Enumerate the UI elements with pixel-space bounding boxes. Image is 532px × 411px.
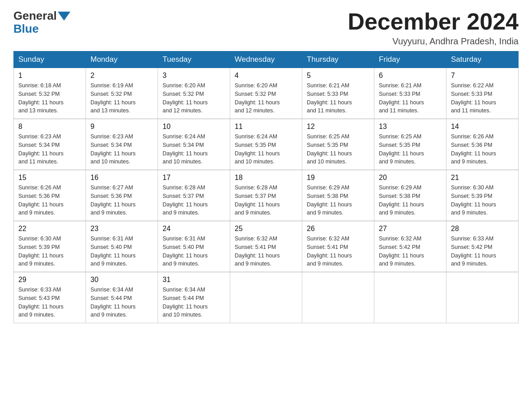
- calendar-week-row: 22 Sunrise: 6:30 AMSunset: 5:39 PMDaylig…: [14, 221, 519, 272]
- col-header-thursday: Thursday: [302, 51, 374, 68]
- day-number: 29: [18, 276, 81, 284]
- calendar-week-row: 1 Sunrise: 6:18 AMSunset: 5:32 PMDayligh…: [14, 68, 519, 119]
- day-info: Sunrise: 6:32 AMSunset: 5:42 PMDaylight:…: [379, 235, 442, 268]
- calendar-day-cell: 27 Sunrise: 6:32 AMSunset: 5:42 PMDaylig…: [374, 221, 446, 272]
- col-header-wednesday: Wednesday: [230, 51, 302, 68]
- calendar-day-cell: [446, 272, 519, 323]
- calendar-day-cell: 4 Sunrise: 6:20 AMSunset: 5:32 PMDayligh…: [230, 68, 302, 119]
- calendar-day-cell: 30 Sunrise: 6:34 AMSunset: 5:44 PMDaylig…: [86, 272, 158, 323]
- day-number: 21: [451, 174, 514, 182]
- col-header-tuesday: Tuesday: [158, 51, 230, 68]
- day-info: Sunrise: 6:25 AMSunset: 5:35 PMDaylight:…: [307, 133, 369, 166]
- day-number: 28: [451, 225, 514, 233]
- day-info: Sunrise: 6:20 AMSunset: 5:32 PMDaylight:…: [163, 81, 225, 115]
- day-info: Sunrise: 6:28 AMSunset: 5:37 PMDaylight:…: [235, 184, 297, 217]
- calendar-week-row: 8 Sunrise: 6:23 AMSunset: 5:34 PMDayligh…: [14, 119, 519, 170]
- day-number: 3: [163, 72, 225, 80]
- day-number: 10: [163, 123, 225, 131]
- calendar-day-cell: 1 Sunrise: 6:18 AMSunset: 5:32 PMDayligh…: [14, 68, 86, 119]
- day-info: Sunrise: 6:32 AMSunset: 5:41 PMDaylight:…: [307, 235, 369, 268]
- day-info: Sunrise: 6:23 AMSunset: 5:34 PMDaylight:…: [90, 133, 153, 166]
- logo-triangle-icon: [58, 12, 70, 21]
- col-header-saturday: Saturday: [446, 51, 519, 68]
- calendar-day-cell: 28 Sunrise: 6:33 AMSunset: 5:42 PMDaylig…: [446, 221, 519, 272]
- day-number: 12: [307, 123, 369, 131]
- day-info: Sunrise: 6:26 AMSunset: 5:36 PMDaylight:…: [451, 133, 514, 166]
- calendar-day-cell: 16 Sunrise: 6:27 AMSunset: 5:36 PMDaylig…: [86, 170, 158, 221]
- day-info: Sunrise: 6:23 AMSunset: 5:34 PMDaylight:…: [18, 133, 81, 166]
- calendar-day-cell: [230, 272, 302, 323]
- page-header: General Blue December 2024 Vuyyuru, Andh…: [13, 9, 519, 47]
- day-info: Sunrise: 6:26 AMSunset: 5:36 PMDaylight:…: [18, 184, 81, 217]
- day-info: Sunrise: 6:34 AMSunset: 5:44 PMDaylight:…: [163, 286, 225, 319]
- day-number: 7: [451, 72, 514, 80]
- day-info: Sunrise: 6:22 AMSunset: 5:33 PMDaylight:…: [451, 81, 514, 115]
- calendar-day-cell: 2 Sunrise: 6:19 AMSunset: 5:32 PMDayligh…: [86, 68, 158, 119]
- calendar-day-cell: 31 Sunrise: 6:34 AMSunset: 5:44 PMDaylig…: [158, 272, 230, 323]
- day-number: 4: [235, 72, 297, 80]
- day-info: Sunrise: 6:31 AMSunset: 5:40 PMDaylight:…: [163, 235, 225, 268]
- calendar-day-cell: 23 Sunrise: 6:31 AMSunset: 5:40 PMDaylig…: [86, 221, 158, 272]
- day-info: Sunrise: 6:30 AMSunset: 5:39 PMDaylight:…: [18, 235, 81, 268]
- day-info: Sunrise: 6:25 AMSunset: 5:35 PMDaylight:…: [379, 133, 442, 166]
- day-info: Sunrise: 6:30 AMSunset: 5:39 PMDaylight:…: [451, 184, 514, 217]
- calendar-day-cell: 29 Sunrise: 6:33 AMSunset: 5:43 PMDaylig…: [14, 272, 86, 323]
- calendar-day-cell: 12 Sunrise: 6:25 AMSunset: 5:35 PMDaylig…: [302, 119, 374, 170]
- day-number: 25: [235, 225, 297, 233]
- calendar-day-cell: 15 Sunrise: 6:26 AMSunset: 5:36 PMDaylig…: [14, 170, 86, 221]
- day-info: Sunrise: 6:29 AMSunset: 5:38 PMDaylight:…: [379, 184, 442, 217]
- calendar-day-cell: 25 Sunrise: 6:32 AMSunset: 5:41 PMDaylig…: [230, 221, 302, 272]
- day-info: Sunrise: 6:34 AMSunset: 5:44 PMDaylight:…: [90, 286, 153, 319]
- day-info: Sunrise: 6:32 AMSunset: 5:41 PMDaylight:…: [235, 235, 297, 268]
- day-info: Sunrise: 6:20 AMSunset: 5:32 PMDaylight:…: [235, 81, 297, 115]
- day-info: Sunrise: 6:24 AMSunset: 5:35 PMDaylight:…: [235, 133, 297, 166]
- day-info: Sunrise: 6:19 AMSunset: 5:32 PMDaylight:…: [90, 81, 153, 115]
- calendar-day-cell: 17 Sunrise: 6:28 AMSunset: 5:37 PMDaylig…: [158, 170, 230, 221]
- calendar-day-cell: 3 Sunrise: 6:20 AMSunset: 5:32 PMDayligh…: [158, 68, 230, 119]
- calendar-day-cell: 24 Sunrise: 6:31 AMSunset: 5:40 PMDaylig…: [158, 221, 230, 272]
- day-number: 23: [90, 225, 153, 233]
- day-number: 8: [18, 123, 81, 131]
- day-number: 27: [379, 225, 442, 233]
- day-number: 17: [163, 174, 225, 182]
- day-info: Sunrise: 6:27 AMSunset: 5:36 PMDaylight:…: [90, 184, 153, 217]
- day-info: Sunrise: 6:21 AMSunset: 5:33 PMDaylight:…: [379, 81, 442, 115]
- calendar-day-cell: 19 Sunrise: 6:29 AMSunset: 5:38 PMDaylig…: [302, 170, 374, 221]
- day-info: Sunrise: 6:29 AMSunset: 5:38 PMDaylight:…: [307, 184, 369, 217]
- day-number: 14: [451, 123, 514, 131]
- day-info: Sunrise: 6:33 AMSunset: 5:42 PMDaylight:…: [451, 235, 514, 268]
- day-info: Sunrise: 6:24 AMSunset: 5:34 PMDaylight:…: [163, 133, 225, 166]
- calendar-table: SundayMondayTuesdayWednesdayThursdayFrid…: [13, 51, 519, 323]
- day-number: 5: [307, 72, 369, 80]
- day-info: Sunrise: 6:28 AMSunset: 5:37 PMDaylight:…: [163, 184, 225, 217]
- calendar-day-cell: 9 Sunrise: 6:23 AMSunset: 5:34 PMDayligh…: [86, 119, 158, 170]
- day-number: 6: [379, 72, 442, 80]
- day-number: 22: [18, 225, 81, 233]
- calendar-day-cell: 20 Sunrise: 6:29 AMSunset: 5:38 PMDaylig…: [374, 170, 446, 221]
- logo-general-text: General: [13, 9, 57, 23]
- day-number: 26: [307, 225, 369, 233]
- calendar-day-cell: 6 Sunrise: 6:21 AMSunset: 5:33 PMDayligh…: [374, 68, 446, 119]
- day-number: 30: [90, 276, 153, 284]
- day-number: 1: [18, 72, 81, 80]
- location-text: Vuyyuru, Andhra Pradesh, India: [348, 36, 519, 47]
- day-number: 16: [90, 174, 153, 182]
- day-number: 9: [90, 123, 153, 131]
- calendar-week-row: 29 Sunrise: 6:33 AMSunset: 5:43 PMDaylig…: [14, 272, 519, 323]
- calendar-week-row: 15 Sunrise: 6:26 AMSunset: 5:36 PMDaylig…: [14, 170, 519, 221]
- col-header-friday: Friday: [374, 51, 446, 68]
- day-info: Sunrise: 6:21 AMSunset: 5:33 PMDaylight:…: [307, 81, 369, 115]
- calendar-day-cell: 14 Sunrise: 6:26 AMSunset: 5:36 PMDaylig…: [446, 119, 519, 170]
- day-info: Sunrise: 6:31 AMSunset: 5:40 PMDaylight:…: [90, 235, 153, 268]
- calendar-day-cell: [374, 272, 446, 323]
- calendar-day-cell: 13 Sunrise: 6:25 AMSunset: 5:35 PMDaylig…: [374, 119, 446, 170]
- day-info: Sunrise: 6:18 AMSunset: 5:32 PMDaylight:…: [18, 81, 81, 115]
- day-number: 2: [90, 72, 153, 80]
- title-block: December 2024 Vuyyuru, Andhra Pradesh, I…: [348, 9, 519, 47]
- calendar-header-row: SundayMondayTuesdayWednesdayThursdayFrid…: [14, 51, 519, 68]
- logo-blue-text: Blue: [13, 22, 39, 36]
- day-info: Sunrise: 6:33 AMSunset: 5:43 PMDaylight:…: [18, 286, 81, 319]
- calendar-day-cell: 11 Sunrise: 6:24 AMSunset: 5:35 PMDaylig…: [230, 119, 302, 170]
- calendar-day-cell: 22 Sunrise: 6:30 AMSunset: 5:39 PMDaylig…: [14, 221, 86, 272]
- day-number: 13: [379, 123, 442, 131]
